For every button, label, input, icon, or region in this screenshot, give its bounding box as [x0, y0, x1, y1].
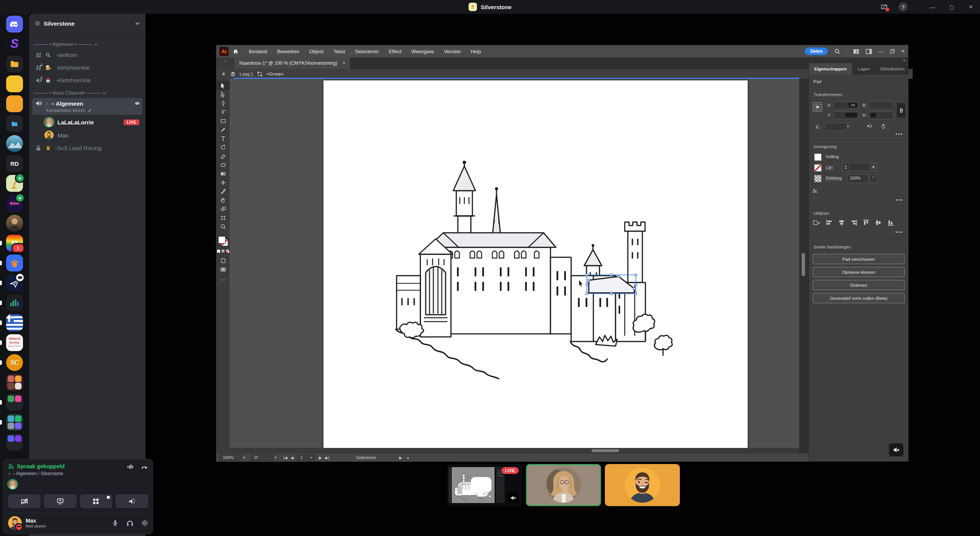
panel-tab-bibliotheken[interactable]: Bibliotheken: [875, 63, 910, 75]
server-rebels[interactable]: Rebels: [6, 195, 23, 212]
stream-overlay-icon[interactable]: [879, 2, 889, 11]
next-artboard-icon[interactable]: ▶: [319, 456, 322, 460]
panel-collapse-strip[interactable]: »: [809, 57, 908, 63]
rotation-value[interactable]: 0°: [251, 454, 273, 461]
tool-width[interactable]: [216, 178, 230, 187]
align-center-h-icon[interactable]: [838, 219, 845, 226]
menu-bestand[interactable]: Bestand: [249, 49, 267, 54]
avatar[interactable]: [8, 480, 17, 489]
y-field[interactable]: [833, 111, 859, 119]
window-close-icon[interactable]: ×: [901, 47, 905, 55]
chat-bubble-icon[interactable]: [135, 101, 139, 106]
maximize-icon[interactable]: ▢: [947, 2, 956, 11]
align-more-icon[interactable]: •••: [895, 229, 903, 235]
participant-tile-max[interactable]: [605, 464, 680, 506]
folder-purple[interactable]: [6, 434, 23, 451]
document-tab[interactable]: Naamloos-1* @ 100 % (CMYK/Voorvertoning)…: [234, 57, 350, 69]
tile-muted-icon[interactable]: [507, 492, 519, 503]
folder-dark[interactable]: [6, 394, 23, 411]
server-silverstone[interactable]: S: [6, 36, 23, 52]
server-chart[interactable]: [6, 294, 23, 311]
folder-yellow[interactable]: [6, 56, 23, 72]
menu-tekst[interactable]: Tekst: [333, 49, 345, 54]
castle-drawing[interactable]: [390, 161, 681, 379]
discord-home[interactable]: [6, 16, 23, 33]
disconnect-icon[interactable]: [141, 463, 148, 471]
prev-artboard-icon[interactable]: ◀: [291, 456, 294, 460]
menu-object[interactable]: Object: [309, 49, 324, 54]
tool-selection[interactable]: [216, 81, 230, 90]
activities-button[interactable]: [80, 494, 113, 508]
panel-toggle-icon[interactable]: [866, 48, 872, 55]
opacity-label[interactable]: Dekking: [826, 176, 842, 181]
screenshare-button[interactable]: [44, 494, 77, 508]
fill-swatch[interactable]: [814, 154, 822, 161]
w-field[interactable]: [869, 101, 894, 109]
toolbar-more-icon[interactable]: …: [216, 274, 230, 283]
close-icon[interactable]: ×: [966, 2, 975, 11]
tool-shaper[interactable]: [216, 160, 230, 169]
vertical-scrollbar[interactable]: [799, 79, 809, 453]
share-button[interactable]: Delen: [805, 47, 828, 55]
microphone-icon[interactable]: [112, 520, 119, 527]
tool-artboard[interactable]: [216, 213, 230, 222]
tool-curvature[interactable]: [216, 108, 230, 116]
menu-help[interactable]: Help: [471, 49, 481, 54]
tool-zoom[interactable]: [216, 222, 230, 231]
channel-category[interactable]: ——— • Voice Channel• ———: [32, 87, 142, 97]
quick-action-3[interactable]: Ordenen: [813, 280, 905, 290]
constrain-proportions-icon[interactable]: [897, 103, 905, 118]
folder-blue[interactable]: [6, 115, 23, 132]
folder-green[interactable]: [6, 414, 23, 431]
quick-action-1[interactable]: Pad verschuiven: [813, 254, 905, 264]
canvas[interactable]: [230, 79, 799, 453]
back-arrow-icon[interactable]: [221, 71, 226, 77]
status-play-icon[interactable]: ▶: [399, 456, 402, 460]
voice-member-lalalalorrie[interactable]: LaLaLaLorrieLIVE: [32, 116, 142, 129]
channel-kletshoenkie[interactable]: -kletshoenkie: [32, 61, 142, 74]
stroke-weight-stepper[interactable]: ▲▼▾: [843, 163, 877, 171]
align-to-dropdown-icon[interactable]: [813, 220, 820, 226]
server-sc[interactable]: SC: [6, 354, 23, 371]
align-bottom-icon[interactable]: [887, 219, 894, 226]
server-greece[interactable]: [6, 314, 23, 331]
align-right-icon[interactable]: [851, 219, 857, 226]
status-collapse-icon[interactable]: ◂: [407, 456, 408, 460]
server-cheese-2[interactable]: [6, 95, 23, 112]
channel-welkom[interactable]: -welkom: [32, 49, 142, 61]
server-rd[interactable]: RD: [6, 155, 23, 172]
opacity-more-icon[interactable]: ›: [869, 174, 877, 183]
avatar[interactable]: [8, 516, 22, 530]
server-header[interactable]: Silverstone: [29, 14, 145, 33]
server-avatar-photo[interactable]: [6, 215, 23, 232]
workspace-switcher-icon[interactable]: [853, 48, 859, 55]
tool-rotate[interactable]: [216, 143, 230, 152]
draw-mode-icon[interactable]: [216, 256, 230, 265]
server-avatar-teal[interactable]: [6, 135, 23, 152]
soundboard-button[interactable]: [116, 494, 148, 508]
menu-bewerken[interactable]: Bewerken: [277, 49, 299, 54]
menu-venster[interactable]: Venster: [444, 49, 461, 54]
align-top-icon[interactable]: [863, 219, 869, 226]
stream-muted-icon[interactable]: [889, 443, 903, 456]
stream-tile[interactable]: LIVE: [447, 464, 522, 506]
fill-stroke-indicator[interactable]: [218, 236, 228, 246]
artboard-number[interactable]: 1: [301, 456, 303, 460]
last-artboard-icon[interactable]: ▶|: [325, 456, 329, 460]
channel-svsleadracing[interactable]: ♛-SvS Lead Racing: [32, 142, 142, 154]
voice-quality-icon[interactable]: [127, 463, 134, 471]
align-middle-v-icon[interactable]: [875, 219, 882, 226]
flip-horizontal-icon[interactable]: [866, 123, 873, 129]
opacity-swatch[interactable]: [814, 175, 822, 182]
camera-off-button[interactable]: [8, 494, 41, 508]
panel-tab-lagen[interactable]: Lagen: [852, 63, 875, 75]
voice-channel-active[interactable]: ♪– AlgemeenKanaalstatus kiezen: [32, 98, 142, 115]
participant-tile-lorrie[interactable]: [526, 464, 601, 506]
tool-eraser[interactable]: [216, 152, 230, 160]
menu-weergave[interactable]: Weergave: [412, 49, 434, 54]
voice-channel-path[interactable]: – Algemeen / Silverstone: [13, 471, 64, 476]
tool-type[interactable]: [216, 134, 230, 143]
angle-dropdown-icon[interactable]: ▾: [847, 124, 849, 128]
transform-more-icon[interactable]: •••: [895, 131, 903, 137]
quick-action-2[interactable]: Opnieuw kleuren: [813, 267, 905, 277]
